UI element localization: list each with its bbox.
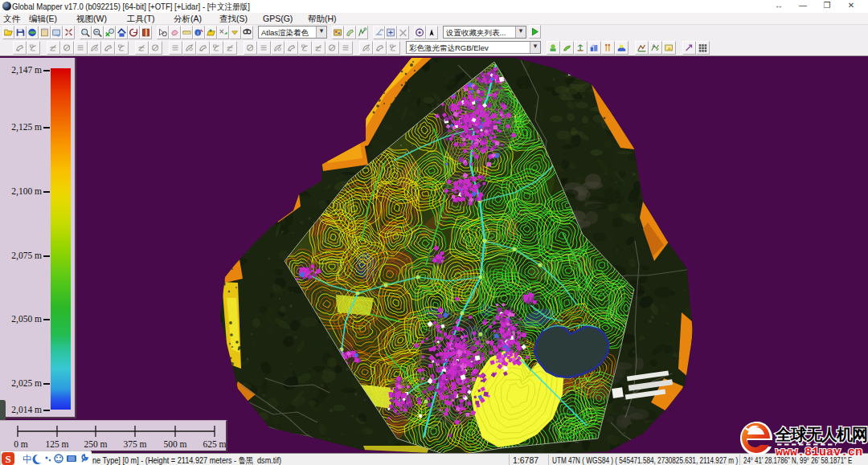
svg-text:375 m: 375 m — [123, 439, 146, 449]
svg-text:125 m: 125 m — [45, 439, 68, 449]
svg-text:i: i — [197, 30, 199, 35]
svg-text:www.81uav.cn: www.81uav.cn — [776, 446, 862, 459]
svg-text:0 m: 0 m — [14, 439, 28, 449]
svg-text:250 m: 250 m — [84, 439, 107, 449]
svg-text:全球无人机网: 全球无人机网 — [775, 426, 867, 443]
svg-text:625 m: 625 m — [203, 439, 226, 449]
svg-text:S: S — [5, 453, 10, 465]
svg-text:500 m: 500 m — [163, 439, 186, 449]
svg-text:A: A — [653, 44, 656, 49]
svg-text:中: 中 — [23, 454, 32, 465]
